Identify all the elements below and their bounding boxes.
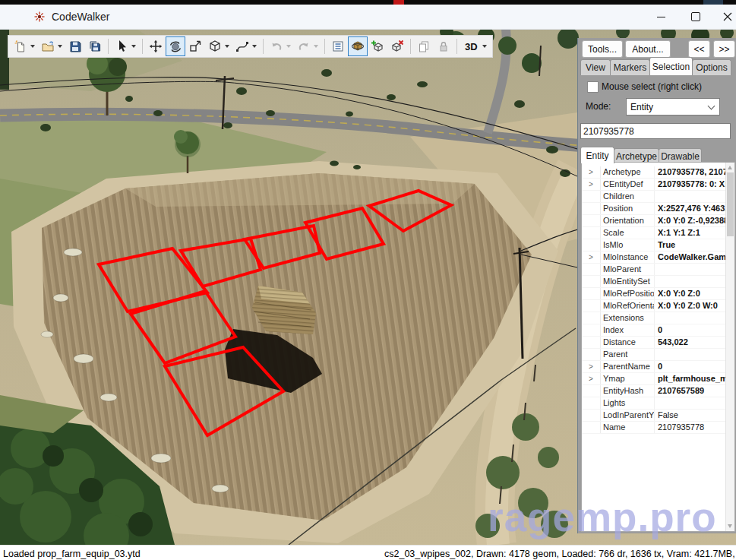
redo-button[interactable] [294, 36, 321, 56]
mode-select[interactable]: Entity [626, 98, 720, 115]
expander-icon [582, 422, 600, 433]
property-row-orientation[interactable]: OrientationX:0 Y:0 Z:-0,92388 [582, 215, 726, 227]
subtab-drawable[interactable]: Drawable [659, 148, 702, 163]
path-tool-button[interactable] [232, 36, 260, 56]
expander-icon [582, 276, 600, 287]
scale-tool-button[interactable] [185, 36, 205, 56]
world-view-button[interactable] [348, 36, 368, 56]
close-icon [723, 12, 732, 21]
property-grid: >Archetype2107935778, 21079 >CEntityDef2… [581, 162, 735, 532]
property-row-mloinstance[interactable]: >MloInstanceCodeWalker.GameF [582, 252, 726, 264]
property-row-ymap[interactable]: >Ymapplt_farmhouse_milo [582, 373, 726, 385]
property-row-lodinparentymap[interactable]: LodInParentYmapFalse [582, 410, 726, 422]
save-all-icon [88, 40, 102, 53]
lock-button[interactable] [434, 36, 453, 56]
scale-tool-icon [188, 40, 202, 53]
toolbar-separator [456, 39, 457, 54]
entity-list-button[interactable] [328, 36, 348, 56]
open-file-icon [41, 40, 55, 53]
dropdown-caret[interactable] [252, 45, 257, 48]
subtab-entity[interactable]: Entity [580, 147, 614, 163]
expander-icon[interactable]: > [582, 179, 600, 190]
property-row-mloreforientation[interactable]: MloRefOrientationX:0 Y:0 Z:0 W:0 [582, 300, 726, 312]
property-row-lights[interactable]: Lights [582, 397, 726, 410]
maximize-button[interactable] [678, 5, 713, 29]
copy-button[interactable] [414, 36, 434, 56]
expander-icon [582, 227, 600, 239]
property-row-distance[interactable]: Distance543,022 [582, 337, 726, 349]
scrollbar-thumb[interactable] [727, 172, 734, 236]
rotate-tool-button[interactable] [166, 36, 185, 56]
about-button[interactable]: About... [625, 40, 671, 58]
close-button[interactable] [710, 5, 736, 29]
tab-selection[interactable]: Selection [649, 57, 693, 75]
tab-options[interactable]: Options [692, 59, 731, 75]
property-row-parentname[interactable]: >ParentName0 [582, 361, 726, 373]
entity-hash-input[interactable] [580, 123, 731, 139]
expander-icon [582, 288, 600, 299]
dropdown-caret[interactable] [314, 45, 318, 48]
expander-icon[interactable]: > [582, 361, 600, 372]
property-row-centitydef[interactable]: >CEntityDef2107935778: 0: X: [582, 179, 726, 191]
open-file-button[interactable] [38, 36, 65, 56]
dropdown-caret[interactable] [131, 45, 136, 48]
tab-markers[interactable]: Markers [610, 59, 650, 75]
bounding-box-icon [208, 40, 222, 53]
expander-icon[interactable]: > [582, 373, 600, 384]
expander-icon [582, 337, 600, 348]
property-row-name[interactable]: Name2107935778 [582, 422, 726, 434]
property-rows: >Archetype2107935778, 21079 >CEntityDef2… [582, 166, 726, 531]
dropdown-caret[interactable] [58, 45, 62, 48]
delete-entity-button[interactable] [387, 36, 407, 56]
save-button[interactable] [65, 36, 85, 56]
dropdown-caret[interactable] [30, 45, 35, 48]
dropdown-caret[interactable] [482, 45, 487, 48]
tools-button[interactable]: Tools... [582, 40, 623, 58]
bounding-box-tool-button[interactable] [205, 36, 232, 56]
collapse-panel-button[interactable]: << [688, 40, 710, 58]
property-grid-scrollbar[interactable] [725, 163, 734, 531]
expander-icon [582, 385, 600, 397]
scroll-up-icon[interactable] [728, 166, 732, 169]
scroll-down-icon[interactable] [728, 524, 732, 528]
property-row-entityhash[interactable]: EntityHash2107657589 [582, 385, 726, 397]
status-bar: Loaded prop_farm_equip_03.ytd cs2_03_wpi… [0, 545, 736, 560]
property-row-extensions[interactable]: Extensions [582, 312, 726, 324]
property-row-scale[interactable]: ScaleX:1 Y:1 Z:1 [582, 227, 726, 239]
tab-view[interactable]: View [580, 59, 611, 75]
expander-icon [582, 264, 600, 275]
property-row-position[interactable]: PositionX:2527,476 Y:463, [582, 203, 726, 215]
property-row-index[interactable]: Index0 [582, 324, 726, 337]
property-row-archetype[interactable]: >Archetype2107935778, 21079 [582, 166, 726, 179]
path-tool-icon [235, 40, 249, 53]
entity-list-icon [331, 40, 345, 53]
move-tool-button[interactable] [146, 36, 166, 56]
property-row-mloparent[interactable]: MloParent [582, 264, 726, 276]
select-pointer-button[interactable] [112, 36, 139, 56]
minimize-button[interactable] [643, 5, 678, 29]
undo-icon [270, 40, 283, 53]
property-row-parent[interactable]: Parent [582, 349, 726, 361]
property-row-mlorefposition[interactable]: MloRefPositionX:0 Y:0 Z:0 [582, 288, 726, 300]
expand-panel-button[interactable]: >> [713, 40, 735, 58]
property-row-ismlo[interactable]: IsMloTrue [582, 239, 726, 252]
save-all-button[interactable] [85, 36, 105, 56]
view-mode-3d-button[interactable]: 3D [460, 36, 490, 56]
undo-button[interactable] [267, 36, 294, 56]
view-mode-label: 3D [463, 41, 479, 52]
property-row-mloentityset[interactable]: MloEntitySet [582, 276, 726, 288]
mouse-select-checkbox[interactable] [587, 81, 599, 93]
new-document-button[interactable] [11, 36, 38, 56]
minimize-icon [657, 17, 665, 17]
toolbar-separator [108, 39, 109, 54]
expander-icon[interactable]: > [582, 252, 600, 263]
property-row-children[interactable]: Children [582, 191, 726, 203]
dropdown-caret[interactable] [286, 45, 291, 48]
toolbar-separator [324, 39, 325, 54]
redo-icon [297, 40, 311, 53]
mouse-select-label: Mouse select (right click) [602, 81, 702, 92]
expander-icon[interactable]: > [582, 166, 600, 178]
subtab-archetype[interactable]: Archetype [614, 148, 659, 163]
add-entity-button[interactable] [368, 36, 387, 56]
dropdown-caret[interactable] [225, 45, 229, 48]
